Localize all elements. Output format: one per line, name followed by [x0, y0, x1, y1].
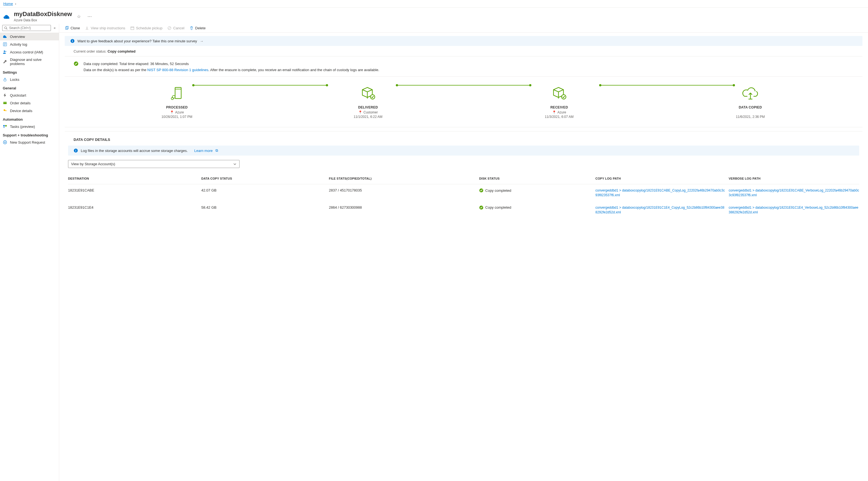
stage-date: 10/26/2021, 1:07 PM	[81, 115, 273, 119]
summary-line2: Data on the disk(s) is erased as per the…	[84, 67, 379, 73]
people-icon	[3, 50, 7, 54]
sidebar-item-label: Activity log	[10, 42, 27, 47]
stage-label: RECEIVED	[464, 106, 655, 109]
svg-point-0	[5, 27, 7, 29]
cloud-upload-icon	[655, 85, 846, 101]
col-copylog: COPY LOG PATH	[595, 177, 726, 180]
cell-disk: Copy completed	[479, 188, 592, 192]
feedback-banner[interactable]: i Want to give feedback about your exper…	[65, 36, 863, 46]
copy-log-link[interactable]: convergeddbd1 > databoxcopylog/18231E91C…	[595, 188, 725, 197]
page-title: myDataBoxDisknew	[14, 10, 72, 18]
more-button[interactable]: ⋯	[86, 13, 93, 20]
lock-icon	[3, 77, 7, 82]
info-icon: i	[73, 148, 78, 153]
toolbar-label: View ship instructions	[91, 26, 125, 30]
table-row: 18231E91CABE 42.07 GB 2837 / 45170178035…	[68, 184, 859, 202]
stage-data-copied: DATA COPIED 11/6/2021, 2:36 PM	[655, 85, 846, 119]
svg-rect-20	[131, 27, 134, 30]
toolbar: Clone View ship instructions Schedule pi…	[59, 24, 868, 33]
stage-label: DATA COPIED	[655, 106, 846, 109]
success-icon	[73, 61, 79, 66]
sidebar-item-device-details[interactable]: Device details	[0, 107, 59, 115]
chevron-right-icon: ›	[15, 2, 16, 6]
copy-details-table: DESTINATION DATA COPY STATUS FILE STATS(…	[68, 173, 859, 218]
ship-instructions-button: View ship instructions	[85, 26, 125, 30]
box-check-icon	[464, 85, 655, 101]
cell-files: 2837 / 45170178035	[329, 188, 476, 192]
svg-rect-13	[3, 125, 5, 126]
svg-text:i: i	[75, 149, 76, 152]
cloud-icon	[3, 34, 7, 39]
learn-more-link[interactable]: Learn more	[194, 149, 212, 153]
svg-rect-8	[4, 79, 6, 81]
sidebar-item-activity-log[interactable]: Activity log	[0, 40, 59, 48]
cell-status: 58.42 GB	[202, 205, 326, 210]
info-icon: i	[70, 39, 75, 43]
stage-delivered: DELIVERED 📍Customer 11/1/2021, 6:22 AM	[273, 85, 464, 119]
toolbar-label: Cancel	[173, 26, 184, 30]
copy-summary: Data copy completed: Total time elapsed:…	[65, 56, 863, 77]
svg-rect-14	[5, 125, 7, 126]
favorite-button[interactable]: ☆	[75, 13, 83, 20]
key-icon	[3, 109, 7, 113]
status-line: Current order status: Copy completed	[65, 46, 863, 56]
view-by-dropdown[interactable]: View by Storage Account(s)	[68, 160, 240, 168]
sidebar-item-label: Order details	[10, 101, 30, 105]
sidebar-item-access-control[interactable]: Access control (IAM)	[0, 48, 59, 56]
sidebar-group-support: Support + troubleshooting	[0, 130, 59, 139]
stage-tracker: PROCESSED 📍Azure 10/26/2021, 1:07 PM DEL…	[65, 77, 863, 127]
collapse-sidebar-button[interactable]: «	[53, 26, 57, 30]
svg-point-6	[4, 51, 5, 52]
breadcrumb: Home ›	[0, 0, 868, 8]
calendar-icon	[130, 26, 134, 30]
download-icon	[85, 26, 89, 30]
cell-disk: Copy completed	[479, 205, 592, 210]
sidebar-item-label: Tasks (preview)	[10, 124, 35, 129]
svg-point-29	[172, 95, 175, 98]
search-input[interactable]	[9, 26, 49, 30]
table-header: DESTINATION DATA COPY STATUS FILE STATS(…	[68, 173, 859, 184]
search-icon	[4, 26, 7, 30]
cell-status: 42.07 GB	[202, 188, 326, 192]
log-icon	[3, 42, 7, 47]
svg-point-7	[5, 51, 6, 52]
sidebar-item-order-details[interactable]: Order details	[0, 99, 59, 107]
sidebar-item-locks[interactable]: Locks	[0, 76, 59, 83]
delete-button[interactable]: Delete	[189, 26, 206, 30]
sidebar-item-overview[interactable]: Overview	[0, 33, 59, 40]
cell-destination: 18231E91C1E4	[68, 205, 198, 210]
breadcrumb-home[interactable]: Home	[3, 2, 13, 6]
sidebar-item-tasks[interactable]: Tasks (preview)	[0, 123, 59, 130]
sidebar-group-automation: Automation	[0, 115, 59, 123]
sidebar: « Overview Activity log Access control (…	[0, 24, 59, 481]
trash-icon	[189, 26, 194, 30]
pin-icon: 📍	[358, 111, 362, 114]
svg-rect-15	[3, 127, 5, 128]
sidebar-item-label: Quickstart	[10, 93, 26, 97]
nist-link[interactable]: NIST SP 800-88 Revision 1 guidelines	[148, 68, 209, 72]
verbose-log-link[interactable]: convergeddbd1 > databoxcopylog/18231E91C…	[728, 188, 859, 197]
main-content: Clone View ship instructions Schedule pi…	[59, 24, 868, 481]
clone-button[interactable]: Clone	[65, 26, 80, 30]
summary-line1: Data copy completed: Total time elapsed:…	[84, 61, 379, 67]
col-files: FILE STATS(COPIED/TOTAL)	[329, 177, 476, 180]
info-text: Log files in the storage accounts will a…	[81, 149, 188, 153]
sidebar-item-quickstart[interactable]: Quickstart	[0, 91, 59, 99]
col-disk: DISK STATUS	[479, 177, 592, 180]
col-destination: DESTINATION	[68, 177, 198, 180]
verbose-log-link[interactable]: convergeddbd1 > databoxcopylog/18231E91C…	[728, 206, 858, 214]
sidebar-item-support-request[interactable]: New Support Request	[0, 139, 59, 146]
table-row: 18231E91C1E4 58.42 GB 2864 / 62730300988…	[68, 202, 859, 219]
arrow-right-icon: →	[200, 39, 203, 43]
page-subtitle: Azure Data Box	[14, 18, 72, 22]
copy-log-link[interactable]: convergeddbd1 > databoxcopylog/18231E91C…	[595, 206, 724, 214]
sidebar-group-settings: Settings	[0, 67, 59, 76]
sidebar-item-diagnose[interactable]: Diagnose and solve problems	[0, 56, 59, 67]
stage-label: PROCESSED	[81, 106, 273, 109]
sidebar-item-label: New Support Request	[10, 140, 45, 145]
block-icon	[167, 26, 172, 30]
svg-line-1	[6, 29, 7, 29]
search-input-wrap[interactable]	[2, 25, 51, 31]
sidebar-item-label: Diagnose and solve problems	[10, 58, 56, 66]
toolbar-label: Clone	[70, 26, 80, 30]
